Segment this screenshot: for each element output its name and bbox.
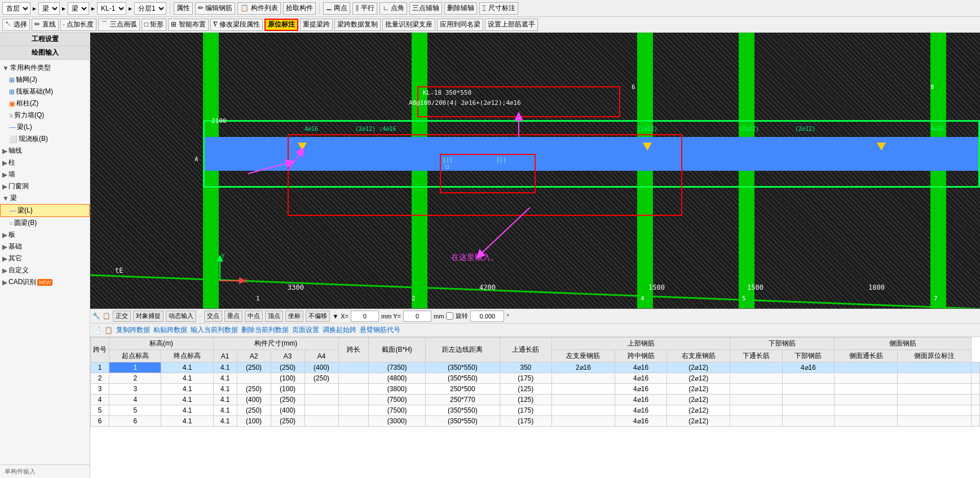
- cell-right-support[interactable]: [730, 362, 782, 373]
- cell-section[interactable]: (350*550): [426, 405, 500, 416]
- sidebar-bottom[interactable]: 单构件输入: [0, 464, 90, 478]
- cell-a4[interactable]: [338, 416, 369, 427]
- cell-bottom-steel[interactable]: [835, 395, 898, 405]
- cell-a3[interactable]: [304, 405, 338, 416]
- cell-bottom-steel[interactable]: [835, 416, 898, 427]
- cell-a3[interactable]: [304, 416, 338, 427]
- del-current-col-btn[interactable]: 删除当前列数据: [241, 325, 289, 335]
- cell-bottom-through[interactable]: [782, 416, 834, 427]
- cell-bottom-steel[interactable]: [835, 362, 898, 373]
- cell-side-through[interactable]: [897, 395, 971, 405]
- cell-bottom-through[interactable]: [782, 405, 834, 416]
- edit-rebar-btn[interactable]: ✏ 编辑钢筋: [195, 2, 235, 15]
- category-col[interactable]: ▶ 柱: [0, 157, 90, 169]
- sidebar-item-shearwall[interactable]: ≡ 剪力墙(Q): [0, 109, 90, 121]
- cell-mid-steel[interactable]: (2⌀12): [667, 362, 730, 373]
- category-beam[interactable]: ▼ 梁: [0, 192, 90, 204]
- cell-a4[interactable]: [338, 362, 369, 373]
- angle-btn[interactable]: ∟ 点角: [379, 2, 407, 15]
- type2-select[interactable]: 梁: [68, 2, 89, 15]
- sidebar-item-slab[interactable]: ⬜ 现浇板(B): [0, 133, 90, 145]
- cell-dist[interactable]: (125): [500, 384, 551, 395]
- floor-select[interactable]: 首层: [2, 2, 30, 15]
- paste-span-data-btn[interactable]: 粘贴跨数据: [153, 325, 187, 335]
- cell-top-through[interactable]: 2⌀16: [551, 362, 615, 373]
- cell-bottom-steel[interactable]: [835, 405, 898, 416]
- cell-side-orig[interactable]: [972, 416, 980, 427]
- cell-side-through[interactable]: [897, 373, 971, 384]
- cell-side-orig[interactable]: [972, 395, 980, 405]
- cell-right-support[interactable]: [730, 395, 782, 405]
- cell-left-support[interactable]: 4⌀16: [615, 416, 666, 427]
- no-offset-btn[interactable]: 不偏移: [306, 311, 330, 322]
- cell-top-through[interactable]: [551, 395, 615, 405]
- cell-section[interactable]: (350*550): [426, 416, 500, 427]
- cell-h-end[interactable]: 4.1: [213, 416, 237, 427]
- type1-select[interactable]: 梁: [38, 2, 60, 15]
- cell-span[interactable]: 4: [109, 395, 161, 405]
- cell-a2[interactable]: (250): [271, 416, 304, 427]
- cell-a1[interactable]: [237, 373, 271, 384]
- set-top-rebar-btn[interactable]: 设置上部筋遮手: [485, 19, 538, 31]
- category-common[interactable]: ▼ 常用构件类型: [0, 62, 90, 74]
- category-slab[interactable]: ▶ 板: [0, 229, 90, 241]
- cell-a1[interactable]: (400): [237, 395, 271, 405]
- sidebar-item-raft[interactable]: ⊞ 筏板基础(M): [0, 86, 90, 98]
- cell-top-through[interactable]: [551, 373, 615, 384]
- cell-a3[interactable]: (400): [304, 362, 338, 373]
- dynamic-btn[interactable]: 动态输入: [166, 311, 196, 322]
- cell-left-support[interactable]: 4⌀16: [615, 405, 666, 416]
- cell-h-end[interactable]: 4.1: [213, 405, 237, 416]
- cell-a4[interactable]: [338, 384, 369, 395]
- point-len-btn[interactable]: · 点加长度: [60, 19, 97, 31]
- cell-span[interactable]: 1: [109, 362, 161, 373]
- cell-top-through[interactable]: [551, 416, 615, 427]
- cell-h-start[interactable]: 4.1: [161, 362, 213, 373]
- cell-dist[interactable]: (175): [500, 373, 551, 384]
- page-setup-btn[interactable]: 页面设置: [292, 325, 319, 335]
- snap-btn[interactable]: 对象捕捉: [133, 311, 164, 322]
- modify-beam-btn[interactable]: ∇ 修改梁段属性: [210, 19, 263, 31]
- table-row[interactable]: 4 4 4.1 4.1 (400) (250) (7500) 250*770 (…: [91, 395, 980, 405]
- intersect-btn[interactable]: 交点: [204, 311, 222, 322]
- cell-mid-steel[interactable]: (2⌀12): [667, 384, 730, 395]
- cell-left-support[interactable]: 4⌀16: [615, 362, 666, 373]
- cell-right-support[interactable]: [730, 416, 782, 427]
- category-custom[interactable]: ▶ 自定义: [0, 264, 90, 276]
- cell-span-len[interactable]: (3800): [369, 384, 426, 395]
- cell-span-len[interactable]: (7500): [369, 405, 426, 416]
- rect-btn[interactable]: □ 矩形: [142, 19, 167, 31]
- data-table-wrapper[interactable]: 跨号 标高(m) 构件尺寸(mm) 跨长 截面(B*H) 距左边线距离 上通长筋…: [90, 337, 980, 478]
- perp-btn[interactable]: 垂点: [224, 311, 242, 322]
- property-btn[interactable]: 属性: [174, 2, 193, 15]
- rotate-input[interactable]: [470, 311, 504, 322]
- cell-section[interactable]: 250*500: [426, 384, 500, 395]
- cell-h-start[interactable]: 4.1: [161, 384, 213, 395]
- cell-side-through[interactable]: [897, 384, 971, 395]
- category-other[interactable]: ▶ 其它: [0, 253, 90, 264]
- cell-h-start[interactable]: 4.1: [161, 395, 213, 405]
- re-extract-btn[interactable]: 重提梁跨: [300, 19, 333, 31]
- y-input[interactable]: [403, 311, 431, 322]
- category-foundation[interactable]: ▶ 基础: [0, 241, 90, 253]
- table-row[interactable]: 6 6 4.1 4.1 (100) (250) (3000) (350*550)…: [91, 416, 980, 427]
- cell-side-orig[interactable]: [972, 362, 980, 373]
- sidebar-item-beam[interactable]: — 梁(L): [0, 121, 90, 133]
- cell-h-end[interactable]: 4.1: [213, 395, 237, 405]
- cell-right-support[interactable]: [730, 405, 782, 416]
- cell-dist[interactable]: 350: [500, 362, 551, 373]
- cell-side-through[interactable]: [897, 416, 971, 427]
- cell-bottom-through[interactable]: [782, 373, 834, 384]
- cell-h-start[interactable]: 4.1: [161, 405, 213, 416]
- dropdown-btn[interactable]: ▼: [332, 313, 338, 320]
- cell-a1[interactable]: (250): [237, 384, 271, 395]
- layer-select[interactable]: 分层1: [134, 2, 166, 15]
- cell-top-through[interactable]: [551, 384, 615, 395]
- cell-span[interactable]: 2: [109, 373, 161, 384]
- cell-right-support[interactable]: [730, 384, 782, 395]
- cantilever-code-btn[interactable]: 悬臂钢筋代号: [360, 325, 400, 335]
- cell-side-orig[interactable]: [972, 405, 980, 416]
- cell-section[interactable]: (350*550): [426, 362, 500, 373]
- cell-right-support[interactable]: [730, 373, 782, 384]
- cell-span-len[interactable]: (7500): [369, 395, 426, 405]
